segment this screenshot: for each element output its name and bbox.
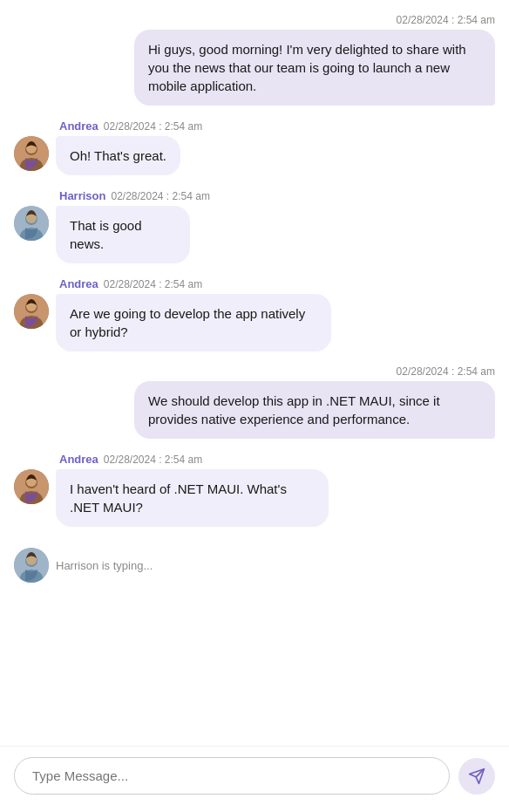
message-meta: Andrea 02/28/2024 : 2:54 am [59, 119, 202, 133]
message-bubble: Oh! That's great. [56, 136, 180, 175]
typing-avatar [14, 548, 49, 583]
input-area [0, 746, 509, 812]
message-meta: Harrison 02/28/2024 : 2:54 am [59, 189, 210, 202]
message-row: Andrea 02/28/2024 : 2:54 am I haven't he… [14, 453, 495, 527]
sender-name: Andrea [59, 119, 98, 133]
message-row: 02/28/2024 : 2:54 am Hi guys, good morni… [14, 14, 495, 106]
message-timestamp: 02/28/2024 : 2:54 am [397, 14, 495, 26]
message-row: Harrison 02/28/2024 : 2:54 am That is go… [14, 189, 495, 263]
typing-text: Harrison is typing... [56, 559, 153, 572]
sender-name: Andrea [59, 453, 98, 466]
message-bubble: Are we going to develop the app natively… [56, 294, 331, 351]
message-body: Are we going to develop the app natively… [14, 294, 381, 351]
message-meta: Andrea 02/28/2024 : 2:54 am [59, 277, 202, 290]
message-body: I haven't heard of .NET MAUI. What's .NE… [14, 469, 377, 527]
avatar [14, 206, 49, 241]
message-row: Andrea 02/28/2024 : 2:54 am Oh! That's g… [14, 119, 495, 175]
message-bubble: We should develop this app in .NET MAUI,… [134, 381, 495, 439]
chat-container: 02/28/2024 : 2:54 am Hi guys, good morni… [0, 0, 509, 746]
avatar [14, 469, 49, 504]
message-timestamp: 02/28/2024 : 2:54 am [104, 454, 202, 466]
message-bubble: That is good news. [56, 206, 190, 263]
send-icon [468, 768, 485, 785]
send-button[interactable] [458, 758, 495, 795]
message-row: Andrea 02/28/2024 : 2:54 am Are we going… [14, 277, 495, 351]
typing-indicator: Harrison is typing... [14, 541, 495, 583]
message-timestamp: 02/28/2024 : 2:54 am [104, 278, 202, 290]
avatar [14, 294, 49, 329]
message-timestamp: 02/28/2024 : 2:54 am [397, 365, 495, 378]
message-bubble: I haven't heard of .NET MAUI. What's .NE… [56, 469, 329, 527]
avatar [14, 136, 49, 171]
message-body: That is good news. [14, 206, 193, 263]
message-row: 02/28/2024 : 2:54 am We should develop t… [14, 365, 495, 439]
message-input[interactable] [14, 757, 450, 795]
message-body: Oh! That's great. [14, 136, 180, 175]
message-timestamp: 02/28/2024 : 2:54 am [104, 120, 202, 133]
sender-name: Harrison [59, 189, 105, 202]
sender-name: Andrea [59, 277, 98, 290]
message-meta: Andrea 02/28/2024 : 2:54 am [59, 453, 202, 466]
message-bubble: Hi guys, good morning! I'm very delighte… [134, 30, 495, 106]
message-timestamp: 02/28/2024 : 2:54 am [111, 190, 209, 202]
